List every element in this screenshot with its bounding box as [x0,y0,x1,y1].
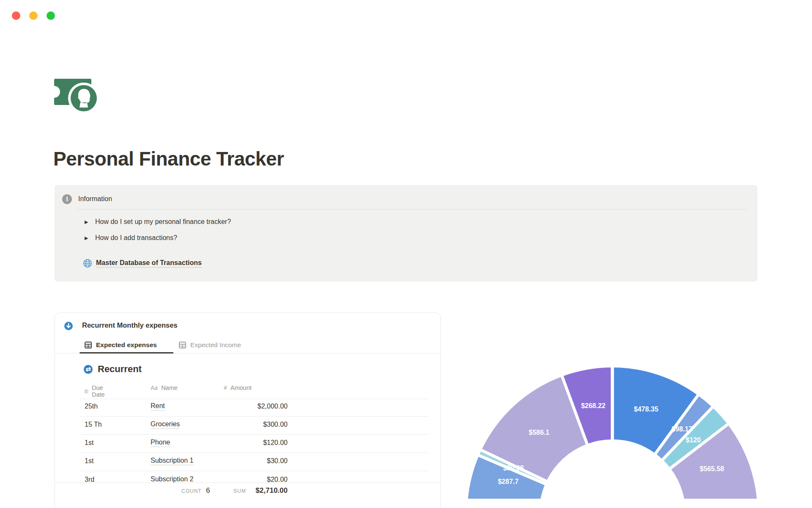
toggle-setup-question[interactable]: ▶ How do I set up my personal finance tr… [85,217,231,227]
expenses-donut-chart[interactable]: $478.35$98.17$120$565.58$268.22$586.1$30… [440,364,761,499]
master-database-link-label[interactable]: Master Database of Transactions [96,259,202,268]
count-label[interactable]: COUNT [181,488,202,494]
table-icon [85,342,92,348]
minimize-button[interactable] [29,11,38,20]
text-lines-icon [85,388,88,394]
toggle-label[interactable]: How do I set up my personal finance trac… [95,218,231,226]
zoom-button[interactable] [47,11,55,20]
cell-due-date[interactable]: 1st [85,439,93,447]
callout-divider [78,209,747,210]
page-title[interactable]: Personal Finance Tracker [53,147,284,170]
card-title[interactable]: Recurrent Monthly expenses [82,321,178,329]
active-tab-underline [80,352,173,353]
cell-name-link[interactable]: Rent [151,402,165,411]
database-title[interactable]: Recurrent [98,364,142,375]
donut-segment-label: $30.68 [503,464,524,472]
toggle-arrow-icon[interactable]: ▶ [85,235,95,241]
sum-value[interactable]: $2,710.00 [220,486,288,495]
cell-amount[interactable]: $120.00 [220,439,288,447]
tab-label[interactable]: Expected expenses [96,341,157,349]
master-database-link[interactable]: Master Database of Transactions [83,258,202,269]
cell-amount[interactable]: $2,000.00 [220,403,288,410]
info-icon: i [62,194,72,204]
column-label[interactable]: Amount [230,384,252,391]
cell-due-date[interactable]: 15 Th [85,421,102,428]
donut-segment-label: $478.35 [634,406,658,413]
table-icon [179,342,186,348]
count-value[interactable]: 6 [206,486,210,495]
cell-amount[interactable]: $30.00 [220,457,288,465]
cell-name-link[interactable]: Subscription 1 [151,457,193,465]
column-header-name[interactable]: Aa Name [151,384,178,391]
number-icon: # [224,384,227,391]
cell-name-link[interactable]: Groceries [151,420,180,429]
table-divider [80,416,429,417]
letters-icon: Aa [151,384,158,391]
information-callout: i Information ▶ How do I set up my perso… [55,185,757,282]
table-divider [80,453,429,453]
toggle-arrow-icon[interactable]: ▶ [85,219,95,225]
table-divider [80,399,429,399]
cell-name-link[interactable]: Phone [151,439,170,447]
column-label[interactable]: Name [161,384,178,391]
toggle-label[interactable]: How do I add transactions? [95,234,177,242]
column-label[interactable]: Due Date [92,384,107,398]
tab-expected-income[interactable]: Expected Income [179,340,241,350]
cell-due-date[interactable]: 1st [85,457,93,465]
cell-amount[interactable]: $300.00 [220,421,288,428]
table-divider [80,471,429,471]
cell-due-date[interactable]: 25th [85,403,98,410]
close-button[interactable] [12,11,20,20]
globe-icon [83,259,92,268]
toggle-add-transactions-question[interactable]: ▶ How do I add transactions? [85,233,177,243]
tab-expected-expenses[interactable]: Expected expenses [85,340,157,350]
banknote-icon[interactable] [53,78,97,113]
table-calculation-footer: COUNT 6 SUM $2,710.00 [55,483,440,508]
column-header-due-date[interactable]: Due Date [85,384,107,398]
database-heading: ⇄ Recurrent [84,363,142,375]
tab-label[interactable]: Expected Income [190,341,241,349]
donut-segment-label: $586.1 [529,429,549,436]
recurring-arrows-icon: ⇄ [84,365,93,374]
column-header-amount[interactable]: # Amount [224,384,252,391]
donut-segment-label: $98.17 [672,425,692,433]
page: Personal Finance Tracker i Information ▶… [0,0,812,508]
table-divider [80,434,429,435]
donut-segment-label: $268.22 [581,402,606,409]
callout-title: Information [78,195,112,203]
donut-segment-label: $120 [686,436,701,444]
donut-segment-label: $287.7 [498,478,518,485]
circle-down-arrow-icon [64,322,73,330]
donut-segment-label: $565.58 [700,465,724,472]
